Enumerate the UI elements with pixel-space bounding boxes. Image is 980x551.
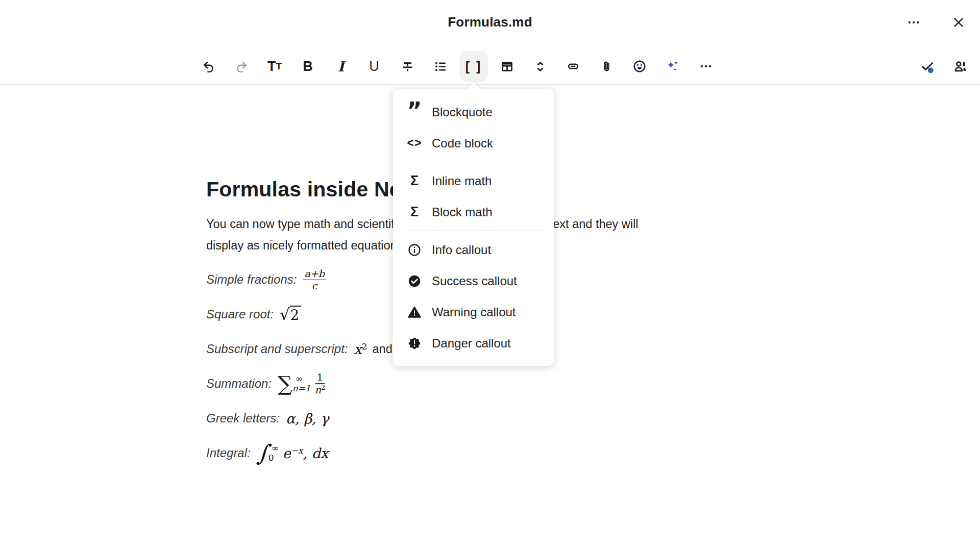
undo-button[interactable] xyxy=(194,51,223,82)
ellipsis-icon xyxy=(699,60,713,73)
formula-integral: Integral: ∫ ∞0 e−x, dx xyxy=(206,442,750,464)
attachment-button[interactable] xyxy=(592,51,621,82)
redo-button[interactable] xyxy=(227,51,256,82)
headings-icon: T xyxy=(267,59,276,74)
bullet-list-button[interactable] xyxy=(426,51,455,82)
math-fraction: a+bc xyxy=(303,268,326,291)
paperclip-icon xyxy=(600,60,614,73)
toolbar-more-button[interactable] xyxy=(692,51,720,82)
math-summation: ∑ ∞n=1 1n2 xyxy=(278,372,325,395)
collaborators-button[interactable] xyxy=(946,51,975,82)
toolbar-buttons: TT B I U xyxy=(194,51,720,82)
link-icon xyxy=(566,59,580,73)
chevron-up-down-icon xyxy=(533,60,547,73)
brackets-icon: [ ] xyxy=(465,59,482,74)
toolbar-divider xyxy=(0,84,980,85)
link-button[interactable] xyxy=(559,51,587,82)
emoji-button[interactable] xyxy=(625,51,654,82)
undo-icon xyxy=(202,60,215,73)
sigma-icon: Σ xyxy=(406,204,423,220)
italic-icon: I xyxy=(338,59,345,74)
menu-item-danger-callout[interactable]: Danger callout xyxy=(393,328,554,359)
assistant-button[interactable] xyxy=(658,51,687,82)
document-title: Formulas.md xyxy=(0,14,980,30)
bullet-list-icon xyxy=(434,60,448,73)
underline-icon: U xyxy=(369,59,379,74)
people-icon xyxy=(953,59,968,74)
menu-item-info-callout[interactable]: Info callout xyxy=(393,234,554,265)
menu-item-blockquote[interactable]: ” Blockquote xyxy=(393,96,554,128)
blockquote-icon: ” xyxy=(406,106,423,119)
headings-button[interactable]: TT xyxy=(260,51,289,82)
underline-button[interactable]: U xyxy=(360,51,388,82)
menu-item-inline-math[interactable]: Σ Inline math xyxy=(393,165,554,196)
saved-check-icon xyxy=(920,59,935,74)
emoji-icon xyxy=(632,59,647,73)
sparkles-icon xyxy=(665,59,680,74)
math-integral: ∫ ∞0 e−x, dx xyxy=(257,442,329,464)
italic-button[interactable]: I xyxy=(327,51,355,82)
math-superscript: x2 xyxy=(354,341,367,357)
menu-separator xyxy=(408,162,546,162)
info-icon xyxy=(406,243,423,257)
callouts-dropdown-menu: ” Blockquote <> Code block Σ Inline math… xyxy=(393,89,554,366)
menu-separator xyxy=(408,231,546,231)
strikethrough-icon xyxy=(401,60,414,73)
dropdown-caret xyxy=(465,82,481,98)
bold-button[interactable]: B xyxy=(293,51,322,82)
callouts-button[interactable]: [ ] xyxy=(459,51,488,82)
close-button[interactable] xyxy=(944,7,973,38)
table-button[interactable] xyxy=(493,51,521,82)
titlebar: Formulas.md xyxy=(0,0,980,47)
ellipsis-icon xyxy=(907,16,920,29)
math-greek: α, β, γ xyxy=(286,411,329,427)
redo-icon xyxy=(235,60,249,73)
formula-summation: Summation: ∑ ∞n=1 1n2 xyxy=(206,372,750,395)
menu-item-code-block[interactable]: <> Code block xyxy=(393,128,554,159)
strikethrough-button[interactable] xyxy=(393,51,422,82)
warning-triangle-icon xyxy=(406,305,423,319)
formula-greek-letters: Greek letters: α, β, γ xyxy=(206,407,750,430)
code-block-icon: <> xyxy=(406,136,423,150)
menu-item-warning-callout[interactable]: Warning callout xyxy=(393,296,554,328)
menu-item-success-callout[interactable]: Success callout xyxy=(393,265,554,296)
success-check-icon xyxy=(406,274,423,288)
more-menu-button[interactable] xyxy=(899,7,928,38)
details-button[interactable] xyxy=(526,51,554,82)
saved-status-button[interactable] xyxy=(913,51,942,82)
menu-item-block-math[interactable]: Σ Block math xyxy=(393,196,554,228)
math-sqrt: √2 xyxy=(280,305,301,323)
bold-icon: B xyxy=(303,59,313,74)
toolbar-status-group xyxy=(913,51,975,82)
table-icon xyxy=(500,60,514,73)
danger-badge-icon xyxy=(406,336,423,350)
editor-toolbar: TT B I U xyxy=(0,49,980,84)
sigma-icon: Σ xyxy=(406,173,423,189)
titlebar-actions xyxy=(899,7,973,38)
close-icon xyxy=(951,15,966,30)
